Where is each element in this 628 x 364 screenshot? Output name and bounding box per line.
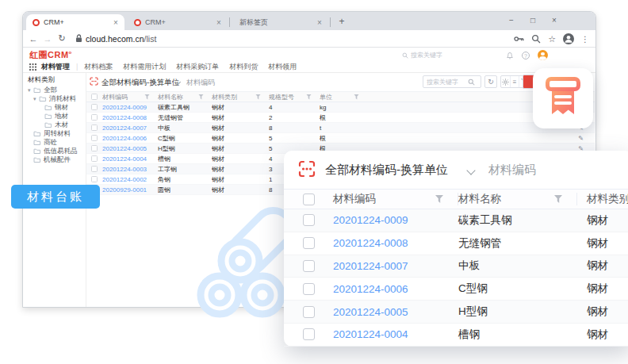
row-checkbox[interactable] [303, 328, 315, 340]
nav-item-demand-plan[interactable]: 材料需用计划 [123, 62, 166, 72]
overlay-table-row[interactable]: 20201224-0009 碳素工具钢 钢材 [284, 209, 628, 232]
nav-module-title[interactable]: 材料管理 [41, 62, 70, 72]
tab-close-icon[interactable]: × [315, 18, 324, 27]
funnel-icon[interactable] [435, 195, 443, 203]
profile-avatar[interactable] [563, 33, 574, 44]
tab-newtab[interactable]: 新标签页 × [232, 14, 328, 30]
overlay-filter-field[interactable]: 材料编码 [488, 163, 536, 178]
tree-node-machine-parts[interactable]: 机械配件 [23, 155, 86, 164]
back-icon[interactable]: ← [26, 34, 40, 44]
column-list-button[interactable]: ≡ [511, 76, 520, 87]
overlay-table-row[interactable]: 20201224-0006 C型钢 钢材 [284, 278, 628, 301]
row-checkbox[interactable] [91, 125, 98, 131]
tab-close-icon[interactable]: × [111, 18, 121, 27]
material-code-link[interactable]: 20201224-0009 [102, 104, 158, 111]
refresh-button[interactable]: ↻ [484, 75, 497, 88]
tree-node-wood[interactable]: 木材 [23, 121, 86, 129]
column-header[interactable]: 材料类别 [212, 93, 269, 102]
list-search-input[interactable] [423, 79, 468, 86]
column-header[interactable]: 材料编码 [102, 93, 158, 102]
column-header[interactable]: 材料名称 [458, 193, 577, 205]
funnel-icon[interactable] [306, 94, 312, 100]
row-checkbox[interactable] [91, 145, 98, 151]
bell-icon[interactable] [506, 52, 514, 59]
reload-icon[interactable]: ↻ [55, 33, 69, 44]
funnel-icon[interactable] [354, 94, 359, 100]
material-code-link[interactable]: 20201224-0002 [102, 176, 158, 183]
caret-down-icon[interactable]: ▾ [28, 87, 33, 94]
nav-item-purchase-order[interactable]: 材料采购订单 [176, 62, 219, 72]
material-code-link[interactable]: 20201224-0004 [102, 155, 158, 163]
caret-down-icon[interactable]: ▾ [33, 96, 39, 102]
user-avatar[interactable] [538, 50, 548, 60]
material-code-link[interactable]: 20201224-0006 [102, 135, 158, 142]
funnel-icon[interactable] [554, 195, 562, 203]
tree-node-concrete[interactable]: 商砼 [23, 138, 86, 147]
edit-pencil-icon[interactable]: ✎ [578, 135, 584, 142]
column-header[interactable]: 单位 [320, 93, 367, 102]
table-row[interactable]: 20201224-0008 无缝钢管 钢材 2 根 [86, 113, 595, 123]
funnel-icon[interactable] [255, 94, 261, 100]
url-text[interactable]: cloud.hecom.cn/list [86, 34, 156, 44]
select-all-checkbox[interactable] [91, 94, 98, 100]
row-checkbox[interactable] [303, 283, 315, 295]
column-header[interactable]: 材料名称 [158, 93, 212, 102]
row-checkbox[interactable] [303, 260, 315, 272]
key-icon[interactable] [514, 35, 524, 43]
table-row[interactable]: 20201224-0007 中板 钢材 8 t ✎ [86, 123, 595, 133]
row-checkbox[interactable] [91, 135, 98, 141]
funnel-icon[interactable] [198, 94, 204, 100]
material-code-link[interactable]: 20201224-0004 [333, 328, 408, 340]
table-row[interactable]: 20201224-0006 C型钢 钢材 5 根 ✎ [86, 133, 595, 144]
forward-icon[interactable]: → [40, 34, 55, 44]
material-code-link[interactable]: 20201224-0009 [333, 214, 408, 226]
nav-item-arrival[interactable]: 材料到货 [229, 62, 258, 72]
row-checkbox[interactable] [91, 166, 98, 172]
row-checkbox[interactable] [91, 155, 98, 162]
tab-crm-active[interactable]: CRM+ × [26, 14, 124, 30]
bookmark-star-icon[interactable]: ☆ [548, 34, 556, 44]
column-header[interactable]: 材料类别 [577, 192, 628, 206]
material-code-link[interactable]: 20200929-0001 [102, 186, 158, 193]
material-code-link[interactable]: 20201224-0006 [333, 283, 408, 295]
row-checkbox[interactable] [91, 114, 98, 121]
search-icon[interactable] [468, 79, 475, 86]
overlay-table-row[interactable]: 20201224-0008 无缝钢管 钢材 [284, 232, 628, 255]
funnel-icon[interactable] [144, 94, 150, 100]
chrome-menu-icon[interactable]: ⋮ [581, 35, 589, 44]
overlay-table-row[interactable]: 20201224-0007 中板 钢材 [284, 255, 628, 278]
window-minimize-button[interactable]: − [501, 12, 522, 30]
column-header[interactable]: 材料编码 [333, 193, 458, 205]
zoom-icon[interactable] [531, 34, 541, 44]
apps-grid-icon[interactable] [29, 63, 36, 71]
overlay-table-row[interactable]: 20201224-0004 槽钢 钢材 [284, 324, 628, 347]
tree-node-low-value-consumables[interactable]: 低值易耗品 [23, 147, 86, 155]
global-search[interactable]: 搜索关键字 [402, 51, 442, 59]
row-checkbox[interactable] [303, 214, 315, 226]
overlay-table-row[interactable]: 20201224-0005 H型钢 钢材 [284, 301, 628, 324]
filter-field-label[interactable]: 材料编码 [186, 78, 215, 88]
nav-item-requisition[interactable]: 材料领用 [268, 62, 297, 72]
nav-item-archives[interactable]: 材料档案 [84, 62, 113, 72]
material-code-link[interactable]: 20201224-0007 [333, 260, 408, 272]
material-code-link[interactable]: 20201224-0003 [102, 166, 158, 173]
new-tab-button[interactable]: + [335, 16, 348, 29]
row-checkbox[interactable] [91, 104, 98, 110]
row-checkbox[interactable] [303, 237, 315, 249]
select-all-checkbox[interactable] [303, 193, 315, 205]
settings-gear-button[interactable] [501, 76, 511, 87]
material-code-link[interactable]: 20201224-0005 [102, 145, 158, 152]
material-code-link[interactable]: 20201224-0008 [102, 114, 158, 121]
tab-close-icon[interactable]: × [214, 18, 224, 27]
row-checkbox[interactable] [303, 306, 315, 318]
table-row[interactable]: 20201224-0009 碳素工具钢 钢材 4 kg [86, 102, 595, 113]
tab-crm-2[interactable]: CRM+ × [128, 14, 228, 30]
material-code-link[interactable]: 20201224-0005 [333, 306, 408, 318]
tree-node-all[interactable]: ▾ 全部 [23, 86, 86, 94]
row-checkbox[interactable] [91, 176, 98, 182]
material-code-link[interactable]: 20201224-0008 [333, 237, 408, 249]
tree-node-consumables[interactable]: ▾ 消耗材料 [23, 94, 86, 103]
material-code-link[interactable]: 20201224-0007 [102, 125, 158, 132]
chevron-down-icon[interactable] [466, 166, 475, 174]
tree-node-turnover-materials[interactable]: 周转材料 [23, 129, 86, 138]
